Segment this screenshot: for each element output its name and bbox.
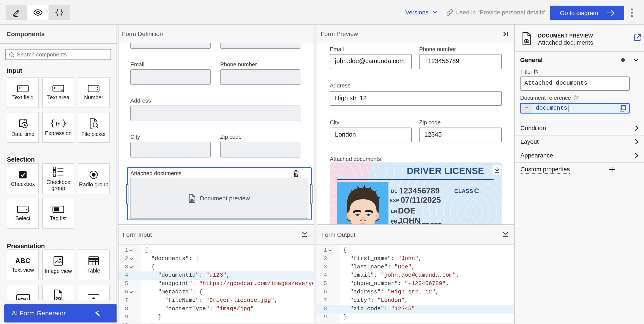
svg-text:HTML: HTML <box>18 298 29 300</box>
svg-text:fx: fx <box>56 121 60 126</box>
